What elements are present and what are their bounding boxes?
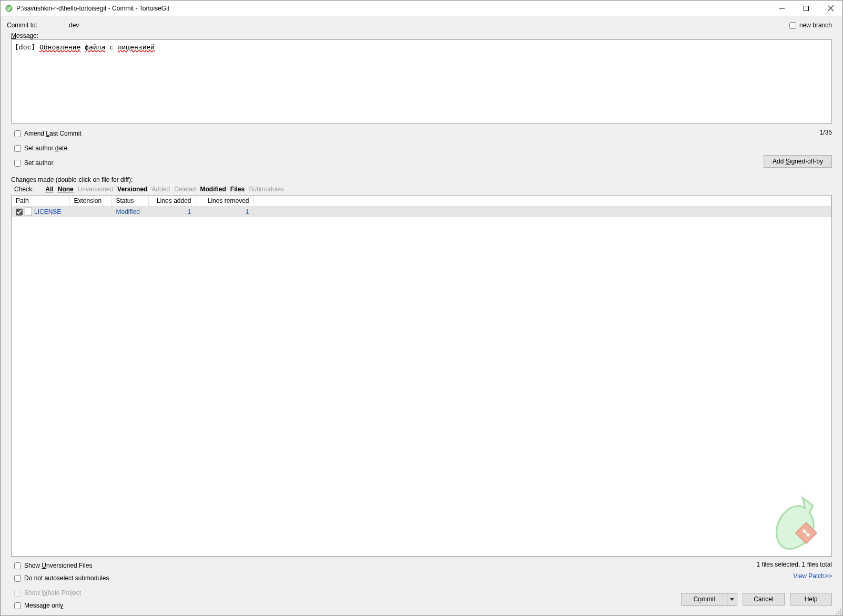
cancel-button[interactable]: Cancel <box>743 593 785 605</box>
message-label: Message: <box>11 32 832 39</box>
file-lines-added: 1 <box>148 207 196 218</box>
file-row-checkbox[interactable] <box>16 209 23 215</box>
col-lines-removed[interactable]: Lines removed <box>196 196 253 207</box>
message-counter: 1/35 <box>820 129 832 136</box>
svg-rect-2 <box>804 6 809 11</box>
new-branch-label: new branch <box>799 22 832 29</box>
file-row[interactable]: LICENSE Modified 1 1 <box>12 207 831 218</box>
svg-point-14 <box>840 613 841 614</box>
commit-message-input[interactable]: [doc] Обновление файла с лицензией <box>11 39 832 124</box>
message-only-checkbox[interactable]: Message only <box>14 601 81 610</box>
add-signed-off-by-button[interactable]: Add Signed-off-by <box>764 155 832 168</box>
file-icon <box>25 208 32 216</box>
titlebar: P:\savushkin-r-d\hello-tortoisegit - Com… <box>1 1 842 16</box>
file-status: Modified <box>111 207 148 218</box>
branch-name: dev <box>69 22 79 29</box>
no-autoselect-submodules-label: Do not autoselect submodules <box>24 574 109 582</box>
new-branch-checkbox[interactable]: new branch <box>789 20 832 30</box>
svg-point-9 <box>840 609 841 610</box>
svg-point-11 <box>840 611 841 612</box>
changes-made-label: Changes made (double-click on file for d… <box>1 172 842 184</box>
message-only-checkbox-input[interactable] <box>14 602 21 609</box>
filter-deleted[interactable]: Deleted <box>174 186 196 193</box>
amend-checkbox[interactable]: Amend Last Commit <box>14 129 82 138</box>
no-autoselect-submodules-checkbox[interactable]: Do not autoselect submodules <box>14 573 109 583</box>
bottom-bar: Show Whole Project Message only Commit C… <box>1 585 842 615</box>
svg-point-7 <box>806 532 810 537</box>
svg-line-8 <box>804 531 808 535</box>
col-path[interactable]: Path <box>12 196 69 207</box>
commit-dropdown-button[interactable] <box>727 593 737 605</box>
below-list-row: Show Unversioned Files Do not autoselect… <box>1 557 842 585</box>
file-extension <box>69 207 111 218</box>
col-filler <box>253 196 831 207</box>
no-autoselect-submodules-checkbox-input[interactable] <box>14 575 21 582</box>
svg-point-10 <box>838 611 839 612</box>
resize-grip-icon[interactable] <box>835 608 842 615</box>
file-list-header: Path Extension Status Lines added Lines … <box>12 196 831 207</box>
commit-to-label: Commit to: <box>7 22 37 29</box>
check-label: Check: <box>14 186 34 193</box>
commit-dialog: P:\savushkin-r-d\hello-tortoisegit - Com… <box>0 0 843 616</box>
commit-split-button[interactable]: Commit <box>682 593 737 605</box>
set-author-label: Set author <box>24 159 53 167</box>
set-author-date-label: Set author date <box>24 145 67 152</box>
col-extension[interactable]: Extension <box>69 196 111 207</box>
show-unversioned-checkbox[interactable]: Show Unversioned Files <box>14 561 109 570</box>
col-status[interactable]: Status <box>111 196 148 207</box>
filter-modified[interactable]: Modified <box>200 186 226 193</box>
show-whole-project-checkbox-input <box>14 590 21 597</box>
set-author-checkbox[interactable]: Set author <box>14 158 82 168</box>
close-button[interactable] <box>818 1 842 16</box>
set-author-date-checkbox-input[interactable] <box>14 145 21 152</box>
new-branch-checkbox-input[interactable] <box>789 22 796 29</box>
show-unversioned-checkbox-input[interactable] <box>14 562 21 569</box>
filter-unversioned[interactable]: Unversioned <box>78 186 113 193</box>
filter-files[interactable]: Files <box>230 186 245 193</box>
svg-point-6 <box>802 529 806 533</box>
chevron-down-icon <box>730 598 734 601</box>
window-title: P:\savushkin-r-d\hello-tortoisegit - Com… <box>16 5 770 12</box>
amend-label: Amend Last Commit <box>24 130 82 137</box>
col-lines-added[interactable]: Lines added <box>148 196 196 207</box>
window-controls <box>770 1 842 16</box>
set-author-date-checkbox[interactable]: Set author date <box>14 143 82 153</box>
commit-to-row: Commit to: dev new branch <box>1 16 842 32</box>
show-whole-project-checkbox: Show Whole Project <box>14 588 81 598</box>
filter-versioned[interactable]: Versioned <box>117 186 147 193</box>
maximize-button[interactable] <box>794 1 818 16</box>
minimize-button[interactable] <box>770 1 794 16</box>
show-unversioned-label: Show Unversioned Files <box>24 562 92 569</box>
file-lines-removed: 1 <box>196 207 253 218</box>
file-list[interactable]: Path Extension Status Lines added Lines … <box>11 195 832 557</box>
message-group: Message: [doc] Обновление файла с лиценз… <box>1 32 842 126</box>
show-whole-project-label: Show Whole Project <box>24 589 81 597</box>
file-path: LICENSE <box>34 208 61 215</box>
filter-none[interactable]: None <box>58 186 74 193</box>
svg-point-13 <box>838 613 839 614</box>
tortoisegit-watermark-icon <box>763 490 826 553</box>
files-selected-status: 1 files selected, 1 files total <box>757 561 832 568</box>
filter-added[interactable]: Added <box>151 186 170 193</box>
view-patch-link[interactable]: View Patch>> <box>793 572 832 580</box>
commit-button[interactable]: Commit <box>682 593 727 605</box>
filter-submodules[interactable]: Submodules <box>249 186 284 193</box>
help-button[interactable]: Help <box>790 593 832 605</box>
amend-checkbox-input[interactable] <box>14 130 21 137</box>
svg-point-12 <box>836 613 837 614</box>
below-message-row: Amend Last Commit Set author date Set au… <box>1 126 842 172</box>
svg-point-0 <box>6 5 12 12</box>
client-area: Commit to: dev new branch Message: [doc]… <box>1 16 842 615</box>
filter-all[interactable]: All <box>45 186 53 193</box>
set-author-checkbox-input[interactable] <box>14 160 21 167</box>
svg-rect-5 <box>796 522 817 543</box>
check-filter-row: Check: All None Unversioned Versioned Ad… <box>1 184 842 195</box>
app-icon <box>5 4 13 13</box>
message-only-label: Message only <box>24 602 63 609</box>
